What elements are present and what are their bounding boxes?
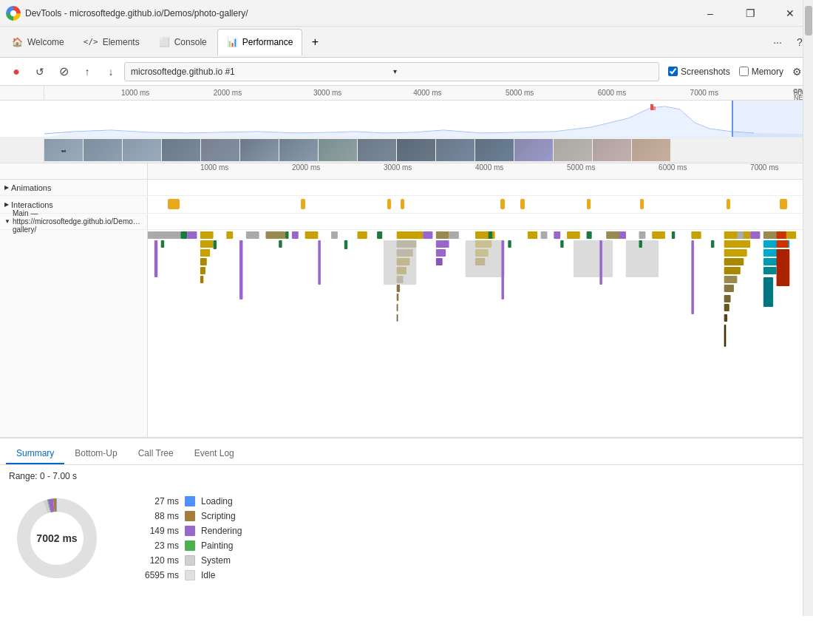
tracks-ruler: 1000 ms 2000 ms 3000 ms 4000 ms 5000 ms …: [0, 163, 813, 180]
svg-rect-8: [397, 231, 423, 239]
clear-button[interactable]: ⊘: [53, 61, 74, 82]
tab-performance[interactable]: 📊 Performance: [217, 29, 303, 55]
svg-rect-15: [691, 231, 701, 239]
tab-elements[interactable]: </> Elements: [75, 29, 149, 55]
system-color: [185, 555, 195, 566]
svg-rect-12: [567, 231, 580, 239]
animations-label[interactable]: ▶ Animations: [0, 180, 148, 195]
timeline-selection[interactable]: [732, 101, 813, 137]
screenshot-thumb[interactable]: [397, 139, 435, 161]
welcome-tab-label: Welcome: [27, 37, 64, 47]
flame-chart-content[interactable]: [148, 230, 803, 437]
tick-2000: 2000 ms: [214, 89, 242, 97]
export-button[interactable]: ↓: [101, 61, 121, 82]
screenshots-toggle[interactable]: Screenshots: [668, 67, 730, 77]
screenshot-thumb[interactable]: [84, 139, 122, 161]
performance-tab-label: Performance: [242, 37, 293, 47]
tab-welcome[interactable]: 🏠 Welcome: [3, 29, 73, 55]
screenshot-thumb[interactable]: [201, 139, 239, 161]
svg-rect-28: [377, 231, 382, 239]
tab-summary[interactable]: Summary: [6, 444, 64, 464]
restore-button[interactable]: ❐: [733, 0, 767, 27]
url-text: microsoftedge.github.io #1: [131, 67, 390, 77]
idle-value: 6595 ms: [135, 570, 179, 580]
donut-chart: 7002 ms: [9, 490, 105, 586]
tick-3000ms: 3000 ms: [384, 163, 412, 172]
summary-area: 7002 ms 27 ms Loading 88 ms Scripting: [9, 490, 804, 586]
minimize-button[interactable]: –: [693, 0, 727, 27]
screenshot-thumb[interactable]: [475, 139, 514, 161]
tab-bottom-up[interactable]: Bottom-Up: [64, 444, 127, 464]
new-tab-button[interactable]: +: [304, 31, 326, 53]
svg-rect-25: [737, 231, 744, 239]
svg-rect-50: [397, 304, 398, 311]
screenshot-thumb[interactable]: [358, 139, 396, 161]
svg-rect-85: [691, 240, 694, 314]
svg-rect-78: [777, 240, 789, 248]
tick-2000ms: 2000 ms: [292, 163, 320, 172]
tab-event-log[interactable]: Event Log: [184, 444, 245, 464]
memory-toggle[interactable]: Memory: [739, 67, 783, 77]
interaction-bar: [168, 199, 180, 209]
legend-rendering: 149 ms Rendering: [135, 526, 242, 536]
interaction-bar: [301, 199, 305, 209]
tick-1000: 1000 ms: [121, 89, 149, 97]
interaction-bar: [640, 199, 644, 209]
svg-rect-24: [639, 231, 646, 239]
more-tools-button[interactable]: ···: [767, 32, 788, 52]
svg-rect-86: [161, 240, 164, 248]
svg-rect-6: [305, 231, 319, 239]
import-button[interactable]: ↑: [77, 61, 98, 82]
main-header-content[interactable]: [148, 214, 813, 229]
screenshot-thumb[interactable]: [593, 139, 631, 161]
flame-chart-area: ▼: [0, 230, 813, 437]
animations-content[interactable]: [148, 180, 813, 195]
screenshot-thumb[interactable]: [240, 139, 279, 161]
svg-rect-33: [292, 231, 299, 239]
memory-checkbox[interactable]: [739, 67, 749, 76]
main-label[interactable]: ▼ Main — https://microsoftedge.github.io…: [0, 214, 148, 229]
svg-rect-20: [246, 231, 259, 239]
svg-rect-7: [358, 231, 367, 239]
donut-center-value: 7002 ms: [36, 532, 77, 544]
dropdown-icon[interactable]: ▾: [393, 67, 653, 75]
idle-color: [185, 570, 195, 580]
svg-rect-65: [724, 267, 741, 274]
loading-value: 27 ms: [135, 496, 179, 506]
reload-record-button[interactable]: ↺: [30, 61, 50, 82]
record-button[interactable]: ●: [6, 61, 27, 82]
screenshot-thumb[interactable]: [514, 139, 553, 161]
screenshot-thumb[interactable]: [554, 139, 592, 161]
svg-rect-49: [397, 294, 399, 301]
tick-7000: 7000 ms: [690, 89, 718, 97]
screenshot-thumb[interactable]: 📷: [44, 139, 83, 161]
animations-triangle: ▶: [4, 184, 9, 191]
tick-5000ms: 5000 ms: [567, 163, 595, 172]
interactions-content[interactable]: [148, 196, 813, 214]
screenshot-thumb[interactable]: [162, 139, 200, 161]
tab-console[interactable]: ⬜ Console: [150, 29, 216, 55]
svg-rect-19: [148, 231, 180, 239]
svg-rect-48: [397, 285, 400, 292]
screenshot-thumb[interactable]: [632, 139, 670, 161]
svg-rect-23: [541, 231, 548, 239]
screenshot-thumb[interactable]: [279, 139, 318, 161]
screenshot-thumb[interactable]: [436, 139, 474, 161]
titlebar: DevTools - microsoftedge.github.io/Demos…: [0, 0, 813, 27]
legend-loading: 27 ms Loading: [135, 496, 242, 506]
flame-chart-svg: [148, 230, 803, 437]
legend-system: 120 ms System: [135, 555, 242, 566]
tab-call-tree[interactable]: Call Tree: [128, 444, 184, 464]
idle-label: Idle: [201, 570, 215, 580]
screenshot-thumb[interactable]: [123, 139, 161, 161]
console-tab-icon: ⬜: [159, 37, 170, 47]
screenshots-checkbox[interactable]: [668, 67, 678, 76]
tick-6000: 6000 ms: [598, 89, 626, 97]
range-label: Range: 0 - 7.00 s: [9, 471, 804, 481]
svg-rect-80: [154, 240, 157, 277]
bottom-scrollbar[interactable]: [803, 163, 813, 616]
svg-rect-32: [187, 231, 197, 239]
svg-rect-22: [449, 231, 459, 239]
screenshot-thumb[interactable]: [319, 139, 357, 161]
cpu-net-chart[interactable]: [0, 101, 813, 138]
